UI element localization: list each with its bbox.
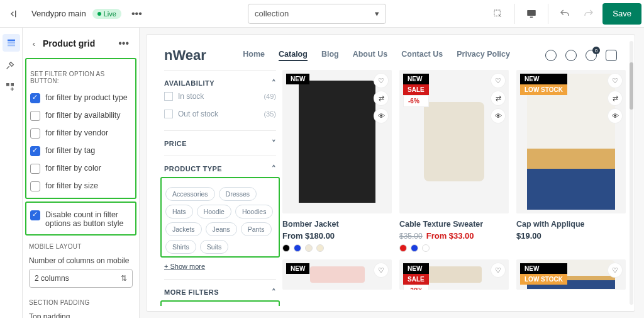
card-action-icon[interactable]: ♡ bbox=[374, 74, 388, 88]
svg-rect-3 bbox=[8, 40, 15, 42]
back-icon[interactable]: ‹ bbox=[29, 39, 39, 48]
desktop-icon[interactable] bbox=[521, 4, 541, 24]
product-badge: NEW bbox=[286, 263, 309, 274]
card-action-icon[interactable]: ♡ bbox=[374, 263, 388, 277]
nav-contact[interactable]: Contact Us bbox=[401, 50, 443, 61]
nav-about[interactable]: About Us bbox=[353, 50, 388, 61]
product-card[interactable]: NEW♡⇄👁Bomber JacketFrom $180.00 bbox=[282, 70, 392, 252]
select-stepper-icon: ⇅ bbox=[121, 274, 127, 283]
product-card[interactable]: NEWLOW STOCK♡⇄👁Cap with Applique$19.00 bbox=[516, 70, 626, 252]
card-action-icon[interactable]: 👁 bbox=[374, 109, 388, 123]
color-swatch[interactable] bbox=[305, 244, 313, 252]
product-card[interactable]: NEWSALE-6%♡⇄👁Cable Texture Sweater$35.00… bbox=[399, 70, 509, 252]
filter-pill[interactable]: Hoodie bbox=[197, 205, 231, 219]
exit-icon[interactable] bbox=[3, 4, 23, 24]
preview-scrollbar[interactable] bbox=[630, 41, 633, 305]
product-card[interactable]: NEWLOW STOCK♡ bbox=[516, 259, 626, 290]
store-header: nWear Home Catalog Blog About Us Contact… bbox=[147, 35, 635, 70]
card-action-icon[interactable]: ⇄ bbox=[491, 91, 505, 105]
chk-color[interactable]: for filter by color bbox=[30, 160, 131, 178]
product-badge: LOW STOCK bbox=[520, 84, 567, 95]
nav-home[interactable]: Home bbox=[243, 50, 265, 61]
filter-button-group: SET FILTER OPTION AS BUTTON: for filter … bbox=[25, 58, 136, 199]
product-badge: NEW bbox=[403, 263, 429, 274]
product-card[interactable]: NEWSALE-20%♡ bbox=[399, 259, 509, 290]
facet-more-head[interactable]: MORE FILTERS˄ bbox=[164, 287, 276, 297]
chk-size[interactable]: for filter by size bbox=[30, 178, 131, 195]
search-icon[interactable] bbox=[545, 50, 557, 61]
cols-label: Number of columns on mobile bbox=[29, 256, 133, 265]
brand-logo[interactable]: nWear bbox=[164, 47, 206, 64]
filter-pill[interactable]: Accessories bbox=[165, 187, 215, 201]
color-swatch[interactable] bbox=[399, 244, 407, 252]
cart-icon[interactable] bbox=[606, 50, 617, 61]
filter-pill[interactable]: Pants bbox=[241, 222, 272, 236]
padding-label: SECTION PADDING bbox=[29, 299, 133, 306]
inspector-icon[interactable] bbox=[488, 4, 508, 24]
sections-icon[interactable] bbox=[3, 34, 20, 52]
svg-rect-5 bbox=[8, 45, 15, 47]
product-image: NEW♡ bbox=[282, 259, 392, 290]
mobile-layout-label: MOBILE LAYOUT bbox=[29, 243, 133, 250]
save-button[interactable]: Save bbox=[602, 3, 641, 25]
product-badge: NEW bbox=[520, 263, 567, 274]
template-select[interactable]: collection ▾ bbox=[248, 4, 386, 24]
color-swatch[interactable] bbox=[282, 244, 290, 252]
chk-availability[interactable]: for filter by availability bbox=[30, 107, 131, 125]
card-action-icon[interactable]: 👁 bbox=[491, 109, 505, 123]
color-swatch[interactable] bbox=[316, 244, 324, 252]
redo-icon[interactable] bbox=[579, 4, 599, 24]
product-title: Bomber Jacket bbox=[282, 220, 392, 229]
chk-tag[interactable]: for filter by tag bbox=[30, 142, 131, 160]
preview-canvas: nWear Home Catalog Blog About Us Contact… bbox=[140, 28, 644, 318]
filter-pill[interactable]: Hoodies bbox=[235, 205, 274, 219]
filter-pill[interactable]: Jackets bbox=[165, 222, 202, 236]
product-price: From $180.00 bbox=[282, 231, 392, 241]
card-action-icon[interactable]: ♡ bbox=[491, 263, 505, 277]
product-grid: NEW♡⇄👁Bomber JacketFrom $180.00NEWSALE-6… bbox=[282, 70, 626, 306]
filter-pill[interactable]: Suits bbox=[200, 240, 228, 254]
topbar: Vendypro main Live ••• collection ▾ Save bbox=[0, 0, 644, 28]
card-action-icon[interactable]: ⇄ bbox=[374, 91, 388, 105]
chk-disable-count[interactable]: Disable count in filter options as butto… bbox=[30, 207, 131, 232]
chevron-up-icon: ˄ bbox=[272, 287, 277, 297]
account-icon[interactable] bbox=[565, 50, 577, 61]
facet-availability-head[interactable]: AVAILABILITY˄ bbox=[164, 78, 276, 88]
product-image: NEW♡⇄👁 bbox=[282, 70, 392, 213]
chk-product-type[interactable]: for filter by product type bbox=[30, 89, 131, 107]
sidebar-more-icon[interactable]: ••• bbox=[114, 38, 133, 49]
more-menu-icon[interactable]: ••• bbox=[128, 8, 146, 20]
cols-select[interactable]: 2 columns⇅ bbox=[29, 269, 133, 288]
filter-pill[interactable]: Shirts bbox=[165, 240, 196, 254]
undo-icon[interactable] bbox=[555, 4, 575, 24]
nav-catalog[interactable]: Catalog bbox=[279, 50, 308, 61]
nav-blog[interactable]: Blog bbox=[321, 50, 339, 61]
facet-ptype-head[interactable]: PRODUCT TYPE˄ bbox=[164, 164, 276, 173]
swatch-row bbox=[399, 244, 509, 252]
filter-button-label: SET FILTER OPTION AS BUTTON: bbox=[30, 71, 131, 84]
show-more-link[interactable]: + Show more bbox=[164, 263, 205, 270]
chk-vendor[interactable]: for filter by vendor bbox=[30, 125, 131, 142]
product-card[interactable]: NEW♡ bbox=[282, 259, 392, 290]
color-swatch[interactable] bbox=[422, 244, 430, 252]
card-action-icon[interactable]: 👁 bbox=[608, 109, 622, 123]
filter-pill[interactable]: Dresses bbox=[219, 187, 257, 201]
card-action-icon[interactable]: ♡ bbox=[608, 263, 622, 277]
color-swatch[interactable] bbox=[294, 244, 301, 252]
filter-pill[interactable]: Jeans bbox=[206, 222, 237, 236]
card-action-icon[interactable]: ♡ bbox=[491, 74, 505, 88]
filter-pill[interactable]: Hats bbox=[165, 205, 193, 219]
theme-settings-icon[interactable] bbox=[5, 60, 18, 73]
product-title: Cable Texture Sweater bbox=[399, 220, 509, 229]
color-swatch[interactable] bbox=[411, 244, 418, 252]
nav-privacy[interactable]: Privacy Policy bbox=[457, 50, 510, 61]
app-embeds-icon[interactable] bbox=[5, 82, 18, 94]
facet-price-head[interactable]: PRICE˅ bbox=[164, 139, 276, 148]
product-badge: NEW bbox=[520, 74, 567, 84]
facet-instock[interactable]: In stock(49) bbox=[164, 88, 276, 105]
wishlist-icon[interactable] bbox=[586, 50, 597, 61]
facet-outstock[interactable]: Out of stock(35) bbox=[164, 105, 276, 123]
card-action-icon[interactable]: ⇄ bbox=[608, 91, 622, 105]
chevron-up-icon: ˄ bbox=[272, 78, 277, 88]
card-action-icon[interactable]: ♡ bbox=[608, 74, 622, 88]
